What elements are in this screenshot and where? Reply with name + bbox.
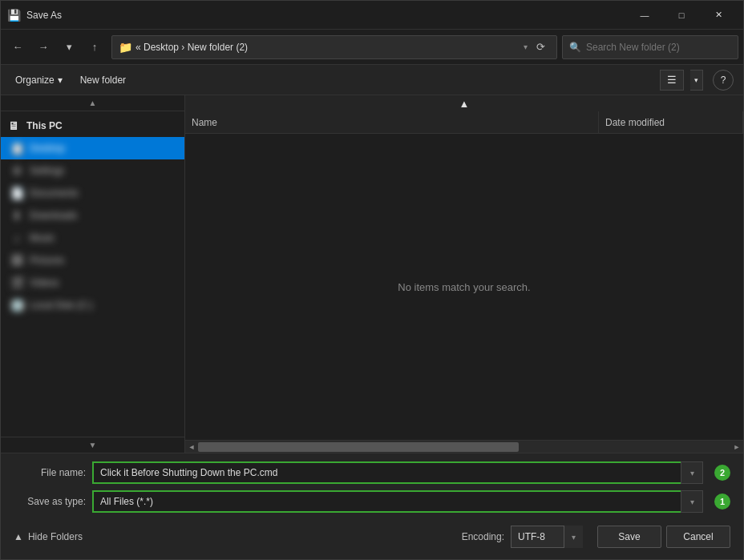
organize-chevron-icon: ▾ — [58, 75, 63, 86]
file-name-label: File name: — [14, 467, 86, 478]
footer-row: ▲ Hide Folders Encoding: UTF-8 ▾ Save Ca… — [14, 519, 730, 551]
file-list-content: No items match your search. — [185, 134, 743, 440]
address-path: « Desktop › New folder (2) — [135, 42, 520, 53]
bottom-section: File name: ▾ 2 Save as type: All Files (… — [1, 453, 743, 559]
view-chevron-icon[interactable]: ▾ — [690, 70, 703, 91]
hide-folders-label: Hide Folders — [28, 531, 83, 542]
scrollbar-track — [198, 441, 730, 453]
close-button[interactable]: ✕ — [700, 1, 737, 30]
back-button[interactable]: ← — [6, 35, 30, 59]
sidebar-item-label: Pictures — [30, 255, 178, 266]
badge-1: 1 — [714, 494, 730, 510]
save-button[interactable]: Save — [597, 526, 661, 548]
sidebar-item-label: This PC — [26, 120, 178, 131]
disk-icon: 💽 — [10, 299, 23, 312]
save-as-type-row: Save as type: All Files (*.*) ▾ 1 — [14, 490, 730, 513]
sidebar-item-downloads[interactable]: ⬇ Downloads — [1, 204, 184, 227]
file-list-area: ▲ Name Date modified No items match your… — [185, 95, 743, 453]
window-title: Save As — [26, 10, 626, 21]
documents-icon: 📄 — [10, 187, 23, 199]
file-list-header-container: ▲ Name Date modified — [185, 95, 743, 134]
sidebar-item-label: Local Disk (C:) — [30, 300, 178, 311]
sidebar-scroll-down[interactable]: ▼ — [1, 437, 184, 453]
empty-message: No items match your search. — [398, 281, 530, 293]
file-name-row: File name: ▾ 2 — [14, 461, 730, 484]
sidebar-item-documents[interactable]: 📄 Documents — [1, 182, 184, 204]
scrollbar-thumb[interactable] — [198, 442, 519, 452]
badge-2: 2 — [714, 465, 730, 481]
address-chevron-icon: ▾ — [524, 42, 528, 51]
search-bar[interactable]: 🔍 — [562, 35, 738, 59]
title-bar: 💾 Save As — □ ✕ — [1, 1, 743, 30]
videos-icon: 🎬 — [10, 276, 23, 289]
col-header-name[interactable]: Name — [185, 111, 599, 134]
view-button[interactable]: ☰ — [660, 70, 684, 91]
sidebar-item-label: Settings — [30, 165, 178, 176]
sidebar-item-label: Videos — [30, 277, 178, 288]
hide-folders-button[interactable]: ▲ Hide Folders — [14, 531, 83, 542]
downloads-icon: ⬇ — [10, 209, 23, 222]
encoding-row: Encoding: UTF-8 ▾ — [462, 526, 583, 548]
scrollbar-left-button[interactable]: ◄ — [185, 441, 198, 453]
sidebar-item-label: Desktop — [30, 143, 178, 154]
pictures-icon: 🖼 — [10, 254, 23, 267]
sidebar-item-label: Documents — [30, 187, 178, 199]
sidebar-scroll-up[interactable]: ▲ — [1, 95, 184, 111]
file-name-input[interactable] — [92, 461, 703, 484]
refresh-button[interactable]: ⟳ — [531, 38, 550, 57]
music-icon: ♪ — [10, 232, 23, 244]
save-as-type-select[interactable]: All Files (*.*) — [92, 490, 703, 513]
up-button[interactable]: ↑ — [83, 35, 107, 59]
up-arrow-icon: ▲ — [459, 98, 470, 110]
sidebar-item-pictures[interactable]: 🖼 Pictures — [1, 249, 184, 272]
settings-icon: ⚙ — [10, 164, 23, 177]
minimize-button[interactable]: — — [626, 1, 663, 30]
window-controls: — □ ✕ — [626, 1, 737, 30]
sidebar-item-videos[interactable]: 🎬 Videos — [1, 272, 184, 294]
address-bar[interactable]: 📁 « Desktop › New folder (2) ▾ ⟳ — [111, 35, 557, 59]
organize-label: Organize — [15, 75, 55, 86]
toolbar: ← → ▾ ↑ 📁 « Desktop › New folder (2) ▾ ⟳… — [1, 30, 743, 65]
hide-folders-chevron-icon: ▲ — [14, 531, 23, 542]
sidebar-item-label: Downloads — [30, 210, 178, 221]
pc-icon: 🖥 — [7, 119, 20, 132]
folder-icon: 📁 — [119, 41, 132, 54]
sidebar-item-this-pc[interactable]: 🖥 This PC — [1, 115, 184, 137]
maximize-button[interactable]: □ — [663, 1, 700, 30]
new-folder-button[interactable]: New folder — [74, 70, 132, 91]
horizontal-scrollbar[interactable]: ◄ ► — [185, 440, 743, 453]
encoding-select-wrapper: UTF-8 ▾ — [511, 526, 583, 548]
file-name-input-wrapper: ▾ — [92, 461, 703, 484]
organize-button[interactable]: Organize ▾ — [10, 70, 67, 91]
file-list-scroll-up[interactable]: ▲ — [185, 95, 743, 111]
window-icon: 💾 — [7, 9, 20, 22]
forward-button[interactable]: → — [31, 35, 55, 59]
sidebar-item-desktop[interactable]: 📋 Desktop — [1, 137, 184, 159]
dropdown-button[interactable]: ▾ — [57, 35, 81, 59]
save-as-dialog: 💾 Save As — □ ✕ ← → ▾ ↑ 📁 « Desktop › Ne… — [0, 0, 744, 560]
scrollbar-right-button[interactable]: ► — [730, 441, 743, 453]
actions-bar: Organize ▾ New folder ☰ ▾ ? — [1, 65, 743, 95]
sidebar-item-settings[interactable]: ⚙ Settings — [1, 159, 184, 182]
help-button[interactable]: ? — [713, 70, 734, 91]
search-icon: 🔍 — [569, 42, 581, 53]
sidebar-item-local-disk[interactable]: 💽 Local Disk (C:) — [1, 294, 184, 316]
sidebar-item-label: Music — [30, 232, 178, 244]
main-content: ▲ 🖥 This PC 📋 Desktop ⚙ Settings — [1, 95, 743, 453]
sidebar-scroll-area: 🖥 This PC 📋 Desktop ⚙ Settings — [1, 111, 184, 437]
encoding-select[interactable]: UTF-8 — [511, 526, 583, 548]
save-as-type-label: Save as type: — [14, 496, 86, 507]
file-list-header: Name Date modified — [185, 111, 743, 134]
sidebar: ▲ 🖥 This PC 📋 Desktop ⚙ Settings — [1, 95, 185, 453]
encoding-label: Encoding: — [462, 531, 504, 542]
desktop-icon: 📋 — [10, 142, 23, 155]
col-header-date[interactable]: Date modified — [599, 111, 743, 134]
search-input[interactable] — [586, 42, 731, 53]
sidebar-item-music[interactable]: ♪ Music — [1, 227, 184, 249]
save-as-type-wrapper: All Files (*.*) ▾ — [92, 490, 703, 513]
cancel-button[interactable]: Cancel — [666, 526, 730, 548]
